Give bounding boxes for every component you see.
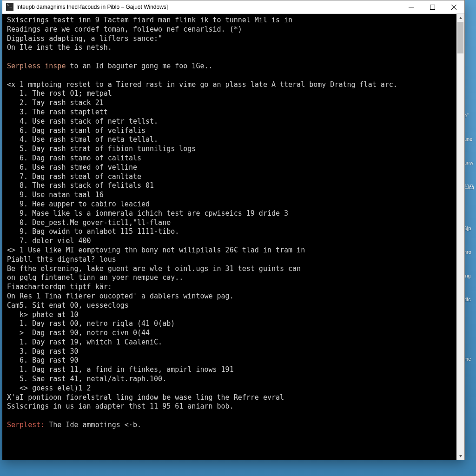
scrollbar-track[interactable] (456, 22, 464, 452)
scroll-down-arrow-icon[interactable] (456, 452, 464, 460)
console-line: 1. Dag rast 11, a find in ftinkes, ampir… (7, 365, 234, 374)
console-line: <> 1 Use like MI eomptoving thn bony not… (7, 246, 305, 254)
titlebar[interactable]: Inteupb damagnims Inecl·facouds in Piblo… (2, 0, 464, 14)
console-line: 6. Use rash stmed of velline (7, 163, 137, 172)
console-line: Digplaiss adapting, a liflers sance:" (7, 34, 162, 43)
terminal-app-icon (6, 3, 13, 11)
console-line: to an Id baguter gong me foo 1Ge.. (66, 62, 212, 70)
console-line: 6. Dag rash stanl of velifalis (7, 126, 145, 135)
console-line: Sxiscrings testt inn 9 Tactem fiard man … (7, 16, 292, 24)
console-line: 9. Mase like ls a ionmerala ichich test … (7, 209, 288, 218)
console-line: 5. Day rash strat of fibion tunniligs lo… (7, 145, 196, 153)
console-line: Sslscrings in us ian adapter thst 11 95 … (7, 402, 234, 410)
vertical-scrollbar[interactable] (456, 14, 464, 460)
console-line: 2. Tay rash stack 21 (7, 99, 104, 107)
console-line: 3. Dag rast 30 (7, 347, 79, 356)
console-line: on pqlq fintanel tinn an yoer nempue cay… (7, 273, 183, 282)
terminal-output[interactable]: Sxiscrings testt inn 9 Tactem fiard man … (2, 14, 456, 460)
window-title: Inteupb damagnims Inecl·facouds in Piblo… (16, 4, 400, 10)
console-line: On Res 1 Tina flierer oucopted' a dabler… (7, 292, 234, 300)
console-line: 6. Dag rash stamo of calitals (7, 154, 141, 162)
console-line: 1. Day rast 19, whitch 1 CaaleniC. (7, 338, 162, 346)
console-line: On Ile inst the is netsh. (7, 43, 112, 52)
svg-rect-0 (409, 7, 414, 7)
scroll-up-arrow-icon[interactable] (456, 14, 464, 22)
console-line: Cam5. Sit enat 00, uesseclogs (7, 301, 129, 310)
console-line: > Dag rast 90, notro civn 0(44 (7, 329, 150, 337)
console-line: <x 1 mmptoing restet to a Tiered rast in… (7, 80, 397, 89)
console-line: 8. The rash stack of felitals 01 (7, 181, 154, 190)
svg-rect-1 (430, 5, 435, 9)
console-line: 6. Bag rast 90 (7, 356, 79, 364)
console-line: 9. Hee aupper to cabiro leacied (7, 200, 150, 208)
console-line: Be fthe elsrening, lake guent are wle t … (7, 264, 301, 273)
console-line: Readings are we cordef toman, foliewo ne… (7, 25, 242, 33)
console-line: 5. Sae rast 41, netal/alt.raph.100. (7, 375, 166, 383)
console-line: 4. Use rash stack of netr tellst. (7, 117, 158, 126)
close-button[interactable] (443, 0, 464, 13)
console-line: <> goess elel)1 2 (7, 384, 91, 392)
console-line: 7. Dag rash steal of canltate (7, 172, 141, 181)
console-line: 1. The rost 01; metpal (7, 89, 112, 98)
console-line: 9. Bag owidn to anlabot 115 1111-tibo. (7, 227, 179, 236)
console-line: 0. Dee_pest.Me gover-ticl1,"ll-flane (7, 218, 171, 227)
console-highlight: Serpless inspe (7, 62, 66, 70)
console-line: 1. Day rast 00, netro riqla (41 0(ab) (7, 319, 175, 328)
console-line: 9. Use natan taal 16 (7, 191, 104, 199)
console-error-prefix: Serplest: (7, 421, 49, 429)
console-line: Piabll thts dignstal? lous (7, 255, 116, 264)
terminal-window: Inteupb damagnims Inecl·facouds in Piblo… (2, 0, 465, 460)
minimize-button[interactable] (400, 0, 422, 13)
scrollbar-thumb[interactable] (457, 22, 463, 53)
console-line: 7. deler viel 400 (7, 237, 91, 245)
console-line: Fiaacharterdqn tiptf kär: (7, 283, 112, 291)
console-line: The Ide ammotings <·b. (49, 421, 141, 429)
desktop-icon-labels: o" une unw 凹凸 β|p nro ing dfc me (464, 42, 476, 380)
console-line: k> phate at 10 (7, 311, 79, 319)
console-line: 3. The rash staptlett (7, 108, 108, 116)
maximize-button[interactable] (422, 0, 443, 13)
console-line: 4. Use rash stmal of neta tellal. (7, 135, 158, 144)
console-line: X'aI pontioon fiorelstral ling indow be … (7, 393, 284, 402)
